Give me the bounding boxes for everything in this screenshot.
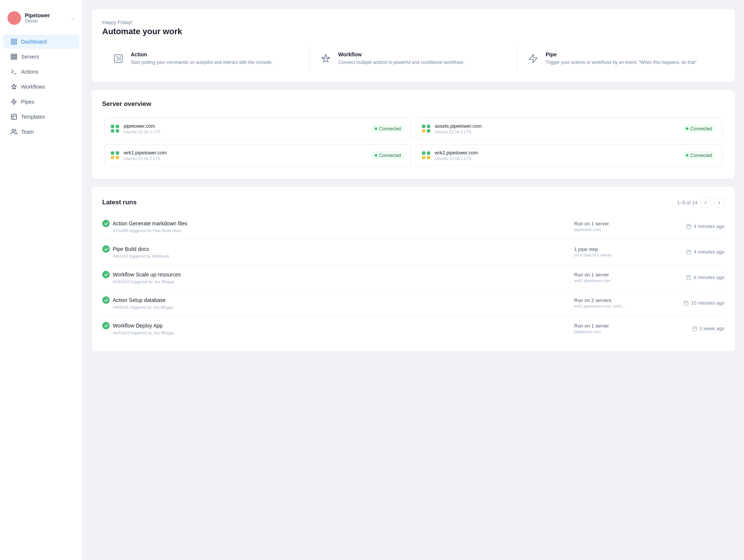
run-item-r1[interactable]: Action Generate markdown files #76v406 t…: [102, 214, 724, 239]
run-check-icon-r3: [102, 271, 110, 278]
run-middle-r2: 1 pipe step on a total of 1 server: [574, 246, 664, 257]
status-dot-s3: [375, 154, 377, 157]
server-dots-s2: [422, 125, 430, 133]
dashboard-icon: [11, 38, 17, 45]
feature-title-workflow: Workflow: [338, 51, 464, 57]
status-dot-s1: [375, 127, 377, 130]
svg-point-11: [12, 129, 14, 131]
server-name-s2: assets.pipetower.com: [435, 123, 482, 129]
run-server-name-r2: on a total of 1 server: [574, 253, 664, 257]
svg-rect-4: [11, 54, 17, 55]
server-overview-card: Server overview pipetower.com Ubuntu 22.…: [92, 90, 735, 179]
run-title-row-r3: Workflow Scale up resources: [102, 271, 574, 278]
welcome-title: Automate your work: [102, 27, 724, 36]
status-label-s2: Connected: [690, 126, 712, 131]
sidebar-item-templates[interactable]: Templates: [3, 110, 79, 124]
brand-info: Pipetower Owner: [25, 12, 67, 24]
sidebar-item-workflows[interactable]: Workflows: [3, 80, 79, 94]
actions-icon: [11, 68, 17, 75]
server-os-s1: Ubuntu 22.04.2 LTS: [124, 130, 160, 134]
sidebar-item-label: Templates: [21, 114, 45, 120]
run-title-row-r5: Workflow Deploy App: [102, 322, 574, 329]
prev-page-button[interactable]: ‹: [700, 197, 711, 208]
calendar-icon: [692, 326, 697, 331]
pipes-icon: [11, 98, 17, 105]
server-name-s4: wrk2.pipetower.com: [435, 150, 478, 155]
server-dot: [422, 125, 425, 128]
run-server-name-r5: pipetower.com: [574, 329, 664, 334]
run-check-icon-r1: [102, 220, 110, 227]
run-left-r4: Action Setup database #465e26 triggered …: [102, 296, 574, 309]
status-badge-s4: Connected: [682, 151, 716, 160]
run-left-r2: Pipe Build docs #461r43 triggered by Web…: [102, 245, 574, 258]
feature-desc-action: Start putting your commands on autopilot…: [131, 59, 273, 66]
feature-content-action: Action Start putting your commands on au…: [131, 51, 273, 66]
next-page-button[interactable]: ›: [714, 197, 724, 208]
run-time-text-r4: 10 minutes ago: [691, 300, 724, 306]
server-item-s2[interactable]: assets.pipetower.com Ubuntu 22.04.2 LTS …: [416, 118, 722, 140]
pagination-text: 1–5 of 14: [677, 200, 697, 205]
server-item-s3[interactable]: wrk1.pipetower.com Ubuntu 22.04.2 LTS Co…: [104, 144, 411, 166]
feature-item-pipe[interactable]: Pipe Trigger your actions or workflows b…: [517, 45, 724, 72]
run-server-label-r3: Run on 1 server: [574, 272, 664, 278]
welcome-subtitle: Happy Friday!: [102, 20, 724, 25]
svg-rect-0: [11, 39, 13, 41]
sidebar-item-team[interactable]: Team: [3, 125, 79, 139]
server-info-s4: wrk2.pipetower.com Ubuntu 22.04.2 LTS: [435, 150, 478, 161]
svg-rect-23: [687, 276, 691, 280]
calendar-icon: [686, 275, 691, 280]
server-left-s2: assets.pipetower.com Ubuntu 22.04.2 LTS: [422, 123, 482, 134]
brand-role: Owner: [25, 18, 67, 24]
main-content: Happy Friday! Automate your work Action …: [83, 0, 744, 560]
servers-icon: [11, 53, 17, 60]
run-server-label-r5: Run on 1 server: [574, 323, 664, 329]
feature-item-workflow[interactable]: Workflow Connect multiple actions to pow…: [310, 45, 517, 72]
server-name-s1: pipetower.com: [124, 123, 160, 129]
server-name-s3: wrk1.pipetower.com: [124, 150, 167, 155]
brand-avatar: [8, 11, 21, 25]
run-item-r3[interactable]: Workflow Scale up resources #n3m553 trig…: [102, 265, 724, 290]
sidebar: Pipetower Owner ⌄ Dashboard Servers Acti…: [0, 0, 83, 560]
status-dot-s2: [686, 127, 688, 130]
run-server-label-r2: 1 pipe step: [574, 246, 664, 252]
sidebar-item-pipes[interactable]: Pipes: [3, 95, 79, 109]
sidebar-item-label: Actions: [21, 69, 38, 75]
feature-content-pipe: Pipe Trigger your actions or workflows b…: [546, 51, 697, 66]
calendar-icon: [684, 300, 689, 306]
run-server-label-r4: Run on 2 servers: [574, 297, 664, 303]
run-server-name-r1: pipetower.com: [574, 227, 664, 232]
run-item-r2[interactable]: Pipe Build docs #461r43 triggered by Web…: [102, 239, 724, 265]
svg-rect-5: [11, 56, 17, 57]
sidebar-item-label: Pipes: [21, 99, 34, 105]
welcome-card: Happy Friday! Automate your work Action …: [92, 9, 735, 82]
sidebar-item-dashboard[interactable]: Dashboard: [3, 35, 79, 49]
sidebar-item-servers[interactable]: Servers: [3, 50, 79, 64]
run-item-r5[interactable]: Workflow Deploy App #w03ek3 triggered by…: [102, 316, 724, 341]
run-item-r4[interactable]: Action Setup database #465e26 triggered …: [102, 290, 724, 316]
status-badge-s3: Connected: [371, 151, 405, 160]
server-dot: [422, 156, 425, 159]
feature-item-action[interactable]: Action Start putting your commands on au…: [102, 45, 310, 72]
run-left-r5: Workflow Deploy App #w03ek3 triggered by…: [102, 322, 574, 335]
server-item-s4[interactable]: wrk2.pipetower.com Ubuntu 22.04.2 LTS Co…: [416, 144, 722, 166]
server-dots-s3: [111, 151, 119, 160]
run-server-name-r4: wrk1.pipetower.com, wrk2....: [574, 304, 664, 308]
pagination: 1–5 of 14 ‹ ›: [677, 197, 724, 208]
run-name-r1: Action Generate markdown files: [113, 220, 187, 226]
run-time-r1: 4 minutes ago: [664, 223, 724, 229]
server-dot: [422, 151, 425, 155]
brand-section[interactable]: Pipetower Owner ⌄: [0, 8, 82, 34]
server-overview-title: Server overview: [102, 100, 724, 108]
templates-icon: [11, 113, 17, 120]
server-dot: [111, 129, 114, 133]
feature-content-workflow: Workflow Connect multiple actions to pow…: [338, 51, 464, 66]
server-left-s3: wrk1.pipetower.com Ubuntu 22.04.2 LTS: [111, 150, 167, 161]
sidebar-item-actions[interactable]: Actions: [3, 65, 79, 79]
run-time-r4: 10 minutes ago: [664, 300, 724, 306]
status-label-s3: Connected: [379, 153, 401, 158]
server-left-s1: pipetower.com Ubuntu 22.04.2 LTS: [111, 123, 160, 134]
run-name-r3: Workflow Scale up resources: [113, 272, 181, 278]
server-grid: pipetower.com Ubuntu 22.04.2 LTS Connect…: [102, 115, 724, 169]
server-item-s1[interactable]: pipetower.com Ubuntu 22.04.2 LTS Connect…: [104, 118, 411, 140]
latest-runs-title: Latest runs: [102, 199, 137, 206]
